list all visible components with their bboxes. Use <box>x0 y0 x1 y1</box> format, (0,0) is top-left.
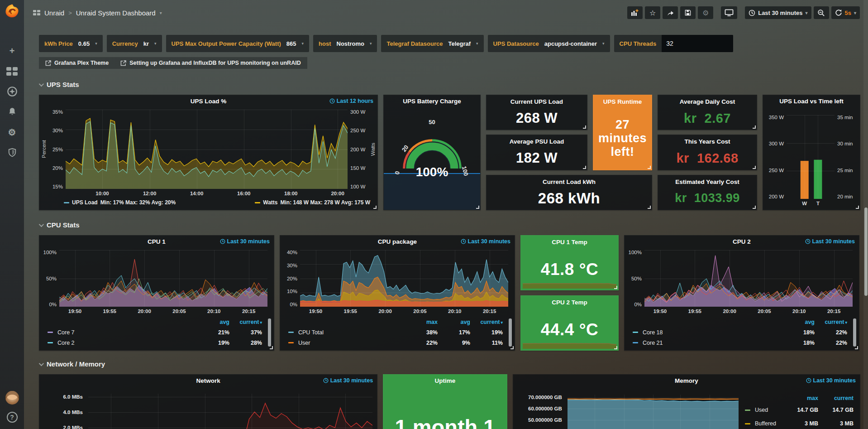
legend-scrollbar[interactable] <box>268 318 271 347</box>
breadcrumb-dashboard-title[interactable]: Unraid System Dashboard <box>76 9 156 17</box>
legend-series[interactable]: Buffered <box>745 420 783 427</box>
share-dashboard-button[interactable] <box>663 6 678 19</box>
panel-resize-handle[interactable] <box>270 346 273 349</box>
panel-resize-handle[interactable] <box>753 206 756 209</box>
alerting-icon[interactable] <box>6 106 18 117</box>
help-icon[interactable]: ? <box>7 412 18 423</box>
legend-scrollbar[interactable] <box>509 318 512 347</box>
panel-title[interactable]: Estimated Yearly Cost <box>658 178 757 185</box>
cpu1-plot[interactable] <box>59 250 267 307</box>
section-header-ups-stats[interactable]: UPS Stats <box>39 81 860 88</box>
var-ups-max-output[interactable]: UPS Max Output Power Capacity (Watt)865▾ <box>166 35 309 52</box>
ups-load-plot[interactable] <box>66 110 348 189</box>
legend-series[interactable]: Core 21 <box>633 340 782 346</box>
panel-title[interactable]: Uptime <box>383 375 507 387</box>
var-kwh-price[interactable]: kWh Price0.65▾ <box>39 35 103 52</box>
cpu-package-plot[interactable] <box>300 250 508 307</box>
legend-sort-avg[interactable]: avg <box>782 319 815 325</box>
legend-item-watts[interactable]: WattsMin: 148 W Max: 278 W Avg: 175 W <box>255 199 370 206</box>
cpu-threads-input[interactable] <box>662 35 733 52</box>
panel-resize-handle[interactable] <box>855 346 858 349</box>
panel-title[interactable]: UPS Load % <box>39 95 377 107</box>
panel-title[interactable]: UPS Runtime <box>593 98 652 105</box>
panel-resize-handle[interactable] <box>856 206 859 209</box>
legend-sort-current[interactable]: current▾ <box>815 319 847 325</box>
legend-item-ups-load[interactable]: UPS LoadMin: 17% Max: 32% Avg: 20% <box>64 199 176 206</box>
panel-time-override[interactable]: Last 30 minutes <box>220 236 270 247</box>
legend-series[interactable]: User <box>288 340 405 346</box>
var-currency[interactable]: Currencykr▾ <box>107 35 162 52</box>
panel-time-override[interactable]: Last 30 minutes <box>805 236 855 247</box>
dashboards-icon[interactable] <box>6 66 18 77</box>
cycle-view-mode-button[interactable] <box>721 6 737 19</box>
breadcrumb-folder[interactable]: Unraid <box>44 9 64 17</box>
panel-title[interactable]: CPU 2 Temp <box>521 299 618 306</box>
panel-title[interactable]: UPS Load vs Time left <box>763 95 860 107</box>
scrollbar-thumb[interactable] <box>864 207 868 296</box>
dashboard-settings-button[interactable]: ⚙ <box>698 6 713 19</box>
panel-title[interactable]: Current Load kWh <box>486 178 652 185</box>
server-admin-shield-icon[interactable] <box>6 147 18 158</box>
legend-sort-max[interactable]: max <box>405 319 438 325</box>
legend-series[interactable]: Used <box>745 407 783 413</box>
panel-resize-handle[interactable] <box>753 166 756 169</box>
zoom-out-time-button[interactable] <box>814 6 829 19</box>
panel-resize-handle[interactable] <box>583 166 586 169</box>
section-header-network-memory[interactable]: Network / Memory <box>39 360 860 368</box>
panel-resize-handle[interactable] <box>373 206 377 209</box>
page-scrollbar[interactable] <box>863 0 868 429</box>
explore-icon[interactable] <box>6 86 18 97</box>
dashboard-dropdown-caret-icon[interactable]: ▾ <box>160 10 162 15</box>
legend-sort-current[interactable]: current▾ <box>229 319 262 325</box>
legend-sort-max[interactable]: max <box>783 395 818 401</box>
panel-time-override[interactable]: Last 30 minutes <box>806 375 856 386</box>
user-avatar[interactable] <box>5 391 19 405</box>
panel-title[interactable]: Current UPS Load <box>486 98 587 105</box>
save-dashboard-button[interactable] <box>680 6 696 19</box>
star-dashboard-button[interactable]: ☆ <box>645 6 660 19</box>
panel-resize-handle[interactable] <box>648 166 651 169</box>
legend-series[interactable]: CPU Total <box>288 329 405 336</box>
panel-resize-handle[interactable] <box>614 286 617 289</box>
var-host[interactable]: hostNostromo▾ <box>313 35 377 52</box>
panel-title[interactable]: Average Daily Cost <box>658 98 757 105</box>
panel-title[interactable]: This Years Cost <box>658 138 757 145</box>
legend-sort-avg[interactable]: avg <box>197 319 229 325</box>
panel-time-override[interactable]: Last 12 hours <box>329 95 373 107</box>
create-icon[interactable]: + <box>6 45 18 56</box>
legend-sort-current[interactable]: current <box>818 395 854 401</box>
legend-series[interactable]: Core 18 <box>633 329 782 336</box>
add-panel-button[interactable] <box>627 6 643 19</box>
breadcrumb-separator: > <box>68 10 72 16</box>
var-telegraf-datasource[interactable]: Telegraf DatasourceTelegraf▾ <box>381 35 483 52</box>
legend-scrollbar[interactable] <box>853 318 856 347</box>
legend-sort-avg[interactable]: avg <box>438 319 470 325</box>
time-range-picker-button[interactable]: Last 30 minutes ▾ <box>745 6 811 19</box>
panel-resize-handle[interactable] <box>476 206 479 209</box>
panel-resize-handle[interactable] <box>614 346 617 349</box>
network-plot[interactable] <box>88 394 372 429</box>
panel-resize-handle[interactable] <box>753 125 756 129</box>
legend-sort-current[interactable]: current▾ <box>470 319 503 325</box>
var-ups-datasource[interactable]: UPS Datasourceapcupsd-container▾ <box>488 35 610 52</box>
panel-time-override[interactable]: Last 30 minutes <box>461 236 510 247</box>
grafana-logo-icon[interactable] <box>5 4 20 19</box>
bar-plot[interactable] <box>787 115 835 199</box>
cpu2-plot[interactable] <box>644 250 853 307</box>
memory-plot[interactable] <box>568 395 739 429</box>
panel-resize-handle[interactable] <box>648 206 651 209</box>
panel-resize-handle[interactable] <box>510 346 514 349</box>
legend-series[interactable]: Core 7 <box>48 329 197 336</box>
panel-title[interactable]: Average PSU Load <box>486 138 587 145</box>
panel-title[interactable]: UPS Battery Charge <box>384 95 480 107</box>
legend-series[interactable]: Core 2 <box>48 340 197 346</box>
dashboard-link-ups-guide[interactable]: Setting up Grafana and InfluxDB for UPS … <box>120 60 300 66</box>
dashboard-picker-icon[interactable] <box>33 10 40 15</box>
configuration-gear-icon[interactable]: ⚙ <box>6 127 18 138</box>
panel-time-override[interactable]: Last 30 minutes <box>323 375 373 386</box>
panel-title[interactable]: CPU 1 Temp <box>521 239 618 246</box>
panel-resize-handle[interactable] <box>583 125 586 129</box>
refresh-button[interactable]: 5s ▾ <box>831 6 860 19</box>
dashboard-link-plex-theme[interactable]: Grafana Plex Theme <box>45 60 109 66</box>
section-header-cpu-stats[interactable]: CPU Stats <box>39 221 860 229</box>
